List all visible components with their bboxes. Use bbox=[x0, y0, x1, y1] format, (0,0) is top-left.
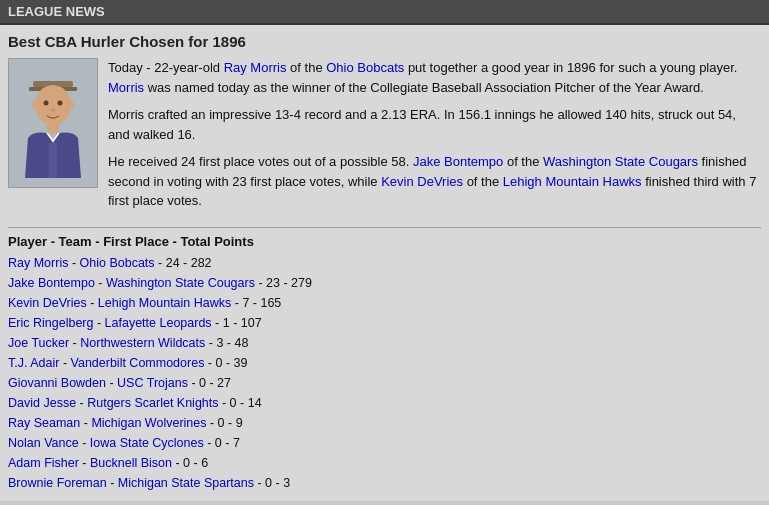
row-player-link[interactable]: Eric Ringelberg bbox=[8, 316, 93, 330]
article-title: Best CBA Hurler Chosen for 1896 bbox=[8, 33, 761, 50]
table-row: Jake Bontempo - Washington State Cougars… bbox=[8, 273, 761, 293]
table-row: Adam Fisher - Bucknell Bison - 0 - 6 bbox=[8, 453, 761, 473]
table-row: Brownie Foreman - Michigan State Spartan… bbox=[8, 473, 761, 493]
table-row: Giovanni Bowden - USC Trojans - 0 - 27 bbox=[8, 373, 761, 393]
team-link-washington-state[interactable]: Washington State Cougars bbox=[543, 154, 698, 169]
article-text: Today - 22-year-old Ray Morris of the Oh… bbox=[108, 58, 761, 219]
row-player-link[interactable]: Kevin DeVries bbox=[8, 296, 87, 310]
row-player-link[interactable]: Ray Seaman bbox=[8, 416, 80, 430]
player-avatar bbox=[8, 58, 98, 188]
team-link-ohio-bobcats[interactable]: Ohio Bobcats bbox=[326, 60, 404, 75]
paragraph-2: Morris crafted an impressive 13-4 record… bbox=[108, 105, 761, 144]
svg-point-5 bbox=[51, 109, 55, 112]
table-row: Kevin DeVries - Lehigh Mountain Hawks - … bbox=[8, 293, 761, 313]
table-row: Joe Tucker - Northwestern Wildcats - 3 -… bbox=[8, 333, 761, 353]
row-team-link[interactable]: Ohio Bobcats bbox=[80, 256, 155, 270]
row-team-link[interactable]: Northwestern Wildcats bbox=[80, 336, 205, 350]
row-team-link[interactable]: Iowa State Cyclones bbox=[90, 436, 204, 450]
player-link-ray-morris[interactable]: Ray Morris bbox=[224, 60, 287, 75]
row-team-link[interactable]: Rutgers Scarlet Knights bbox=[87, 396, 218, 410]
row-team-link[interactable]: Lafayette Leopards bbox=[105, 316, 212, 330]
svg-rect-9 bbox=[49, 143, 57, 178]
row-player-link[interactable]: Giovanni Bowden bbox=[8, 376, 106, 390]
team-link-lehigh[interactable]: Lehigh Mountain Hawks bbox=[503, 174, 642, 189]
paragraph-3: He received 24 first place votes out of … bbox=[108, 152, 761, 211]
table-row: David Jesse - Rutgers Scarlet Knights - … bbox=[8, 393, 761, 413]
row-player-link[interactable]: Nolan Vance bbox=[8, 436, 79, 450]
row-player-link[interactable]: T.J. Adair bbox=[8, 356, 59, 370]
row-player-link[interactable]: Jake Bontempo bbox=[8, 276, 95, 290]
table-row: T.J. Adair - Vanderbilt Commodores - 0 -… bbox=[8, 353, 761, 373]
table-header: Player - Team - First Place - Total Poin… bbox=[8, 234, 761, 249]
table-row: Nolan Vance - Iowa State Cyclones - 0 - … bbox=[8, 433, 761, 453]
row-team-link[interactable]: Bucknell Bison bbox=[90, 456, 172, 470]
table-row: Eric Ringelberg - Lafayette Leopards - 1… bbox=[8, 313, 761, 333]
svg-point-3 bbox=[44, 101, 49, 106]
row-player-link[interactable]: Adam Fisher bbox=[8, 456, 79, 470]
paragraph-1: Today - 22-year-old Ray Morris of the Oh… bbox=[108, 58, 761, 97]
row-team-link[interactable]: Washington State Cougars bbox=[106, 276, 255, 290]
row-player-link[interactable]: Brownie Foreman bbox=[8, 476, 107, 490]
main-container: Best CBA Hurler Chosen for 1896 bbox=[0, 25, 769, 501]
table-row: Ray Morris - Ohio Bobcats - 24 - 282 bbox=[8, 253, 761, 273]
svg-point-2 bbox=[35, 85, 71, 125]
table-row: Ray Seaman - Michigan Wolverines - 0 - 9 bbox=[8, 413, 761, 433]
avatar-svg bbox=[13, 63, 93, 183]
header-title: LEAGUE NEWS bbox=[8, 4, 105, 19]
player-link-jake-bontempo[interactable]: Jake Bontempo bbox=[413, 154, 503, 169]
league-news-header: LEAGUE NEWS bbox=[0, 0, 769, 25]
row-team-link[interactable]: Michigan Wolverines bbox=[91, 416, 206, 430]
row-team-link[interactable]: Lehigh Mountain Hawks bbox=[98, 296, 231, 310]
row-team-link[interactable]: Vanderbilt Commodores bbox=[71, 356, 205, 370]
svg-point-6 bbox=[32, 101, 38, 109]
article-body: Today - 22-year-old Ray Morris of the Oh… bbox=[8, 58, 761, 219]
svg-point-7 bbox=[68, 101, 74, 109]
table-rows: Ray Morris - Ohio Bobcats - 24 - 282Jake… bbox=[8, 253, 761, 493]
svg-rect-8 bbox=[47, 123, 59, 133]
voting-table: Player - Team - First Place - Total Poin… bbox=[8, 227, 761, 493]
player-link-kevin-devries[interactable]: Kevin DeVries bbox=[381, 174, 463, 189]
player-link-morris[interactable]: Morris bbox=[108, 80, 144, 95]
row-player-link[interactable]: Joe Tucker bbox=[8, 336, 69, 350]
row-player-link[interactable]: David Jesse bbox=[8, 396, 76, 410]
svg-point-4 bbox=[58, 101, 63, 106]
row-team-link[interactable]: USC Trojans bbox=[117, 376, 188, 390]
row-player-link[interactable]: Ray Morris bbox=[8, 256, 68, 270]
row-team-link[interactable]: Michigan State Spartans bbox=[118, 476, 254, 490]
